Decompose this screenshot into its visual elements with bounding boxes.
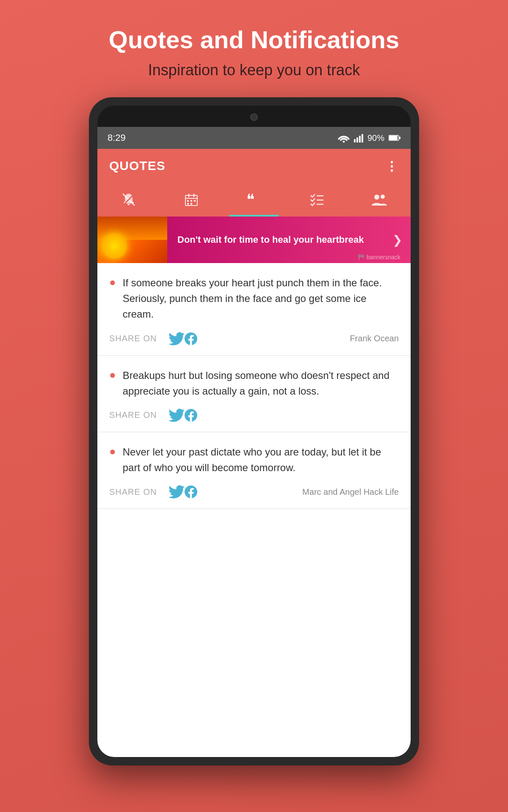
app-bar: QUOTES ⋮: [97, 149, 411, 183]
share-on-label-3: SHARE ON: [109, 487, 157, 497]
banner-sun: [102, 233, 127, 259]
quote-bullet-1: ●: [109, 277, 116, 288]
svg-rect-18: [190, 203, 192, 205]
quote-body-2: Breakups hurt but losing someone who doe…: [123, 368, 399, 399]
tab-checklist[interactable]: [285, 183, 348, 217]
quote-card-2: ● Breakups hurt but losing someone who d…: [97, 356, 411, 432]
banner-image: [97, 217, 167, 263]
svg-point-23: [374, 195, 379, 200]
quote-body-1: If someone breaks your heart just punch …: [123, 275, 399, 322]
banner-text-area[interactable]: Don't wait for time to heal your heartbr…: [167, 217, 411, 263]
svg-rect-1: [354, 139, 356, 143]
svg-rect-4: [362, 134, 363, 143]
quote-author-3: Marc and Angel Hack Life: [302, 487, 399, 497]
device-inner: 8:29 90%: [97, 106, 411, 757]
battery-icon: [389, 134, 400, 141]
quote-bullet-2: ●: [109, 369, 116, 380]
quote-body-3: Never let your past dictate who you are …: [123, 444, 399, 475]
content-area[interactable]: Don't wait for time to heal your heartbr…: [97, 217, 411, 509]
twitter-share-button-2[interactable]: [168, 407, 185, 423]
quote-footer-2: SHARE ON: [109, 407, 399, 423]
banner-text: Don't wait for time to heal your heartbr…: [177, 233, 364, 247]
more-options-icon[interactable]: ⋮: [385, 159, 399, 173]
svg-point-24: [381, 195, 385, 199]
header-section: Quotes and Notifications Inspiration to …: [0, 25, 508, 79]
svg-rect-17: [187, 203, 189, 205]
svg-rect-3: [359, 136, 361, 143]
quote-text-1: ● If someone breaks your heart just punc…: [109, 275, 399, 322]
quote-text-2: ● Breakups hurt but losing someone who d…: [109, 368, 399, 399]
status-time: 8:29: [108, 132, 126, 143]
device-frame: 8:29 90%: [89, 97, 419, 765]
svg-rect-14: [187, 200, 189, 202]
tab-bar: ❝: [97, 183, 411, 217]
twitter-share-button-3[interactable]: [168, 484, 185, 500]
status-icons: 90%: [338, 133, 400, 143]
banner-ad[interactable]: Don't wait for time to heal your heartbr…: [97, 217, 411, 263]
svg-rect-15: [190, 200, 192, 202]
svg-rect-7: [399, 137, 400, 139]
quote-text-3: ● Never let your past dictate who you ar…: [109, 444, 399, 475]
share-on-label-2: SHARE ON: [109, 410, 157, 420]
tab-people[interactable]: [348, 183, 411, 217]
banner-arrow-icon: ❯: [392, 233, 402, 247]
quote-author-1: Frank Ocean: [350, 334, 399, 343]
quote-bullet-3: ●: [109, 446, 116, 457]
tab-notifications[interactable]: [97, 183, 160, 217]
page-subtitle: Inspiration to keep you on track: [0, 61, 508, 79]
people-icon: [370, 192, 389, 207]
camera: [250, 113, 258, 121]
svg-text:❝: ❝: [246, 192, 254, 207]
screen: 8:29 90%: [97, 127, 411, 757]
quote-card-1: ● If someone breaks your heart just punc…: [97, 263, 411, 356]
wifi-icon: [338, 133, 350, 143]
svg-point-0: [342, 141, 345, 143]
facebook-share-button-1[interactable]: [185, 331, 197, 347]
notifications-off-icon: [121, 192, 136, 207]
checklist-icon: [309, 192, 324, 207]
signal-icon: [354, 133, 363, 143]
quotes-icon: ❝: [246, 192, 262, 207]
facebook-share-button-3[interactable]: [185, 484, 197, 500]
battery-percent: 90%: [367, 133, 384, 143]
twitter-share-button-1[interactable]: [168, 331, 185, 347]
svg-rect-6: [389, 136, 398, 140]
quote-footer-1: SHARE ON Frank Ocean: [109, 331, 399, 347]
quote-footer-3: SHARE ON Marc and Angel Hack Life: [109, 484, 399, 500]
app-bar-title: QUOTES: [109, 159, 166, 173]
tab-quotes[interactable]: ❝: [223, 183, 285, 217]
page-title: Quotes and Notifications: [0, 25, 508, 54]
status-bar: 8:29 90%: [97, 127, 411, 149]
tab-calendar[interactable]: [160, 183, 223, 217]
bannersnack-logo: 🏁 bannersnack: [358, 254, 400, 261]
calendar-icon: [184, 192, 199, 207]
share-on-label-1: SHARE ON: [109, 334, 157, 343]
quote-card-3: ● Never let your past dictate who you ar…: [97, 432, 411, 509]
facebook-share-button-2[interactable]: [185, 407, 197, 423]
svg-rect-2: [356, 137, 358, 143]
svg-rect-16: [194, 200, 196, 202]
